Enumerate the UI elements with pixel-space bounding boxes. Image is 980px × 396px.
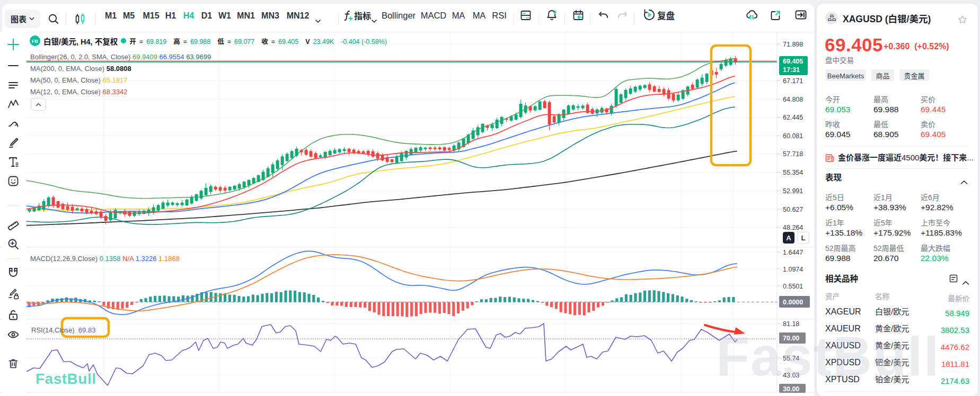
svg-text:70.00: 70.00 (783, 335, 799, 342)
svg-text:60.081: 60.081 (783, 132, 803, 140)
svg-text:64.808: 64.808 (783, 96, 803, 103)
svg-text:1.0974: 1.0974 (783, 266, 803, 273)
svg-text:55.354: 55.354 (783, 169, 803, 176)
svg-text:50.627: 50.627 (783, 206, 803, 213)
svg-text:43.03: 43.03 (783, 372, 799, 379)
svg-text:0.5501: 0.5501 (783, 283, 803, 290)
svg-text:81.18: 81.18 (783, 320, 799, 328)
svg-text:1.6447: 1.6447 (783, 249, 803, 256)
svg-text:L: L (801, 234, 806, 242)
svg-text:67.171: 67.171 (783, 77, 803, 85)
svg-text:0.0000: 0.0000 (783, 299, 803, 306)
svg-text:A: A (786, 234, 791, 242)
svg-text:48.264: 48.264 (783, 224, 803, 231)
svg-text:62.445: 62.445 (783, 114, 803, 121)
svg-text:55.74: 55.74 (783, 355, 799, 362)
svg-text:17:31: 17:31 (783, 66, 800, 74)
svg-text:52.991: 52.991 (783, 187, 803, 195)
svg-text:71.898: 71.898 (783, 41, 803, 48)
svg-text:30.00: 30.00 (783, 385, 799, 393)
svg-text:57.718: 57.718 (783, 150, 803, 158)
svg-text:69.405: 69.405 (783, 58, 803, 65)
